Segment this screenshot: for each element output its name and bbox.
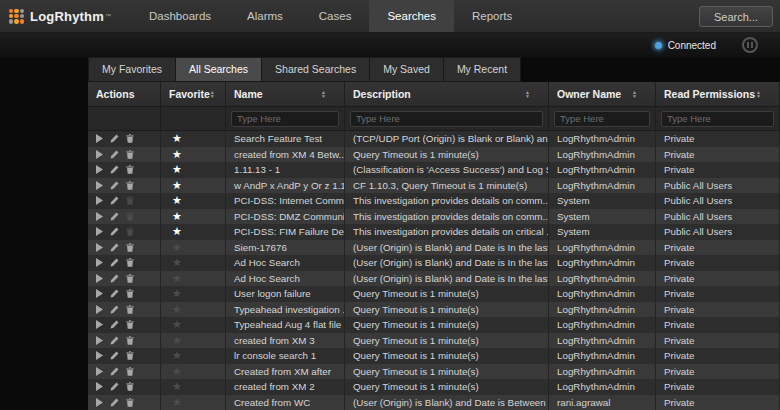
favorite-star-icon[interactable]: ★ bbox=[172, 133, 182, 144]
edit-search-icon[interactable] bbox=[110, 289, 119, 298]
table-row[interactable]: ★ w AndP x AndP y Or z 1.1... CF 1.10.3,… bbox=[88, 178, 780, 194]
filter-input-description[interactable] bbox=[350, 111, 543, 127]
table-row[interactable]: ★ PCI-DSS: DMZ Communic... This investig… bbox=[88, 209, 780, 225]
tab-my-saved[interactable]: My Saved bbox=[369, 57, 444, 82]
run-search-icon[interactable] bbox=[96, 181, 103, 190]
table-row[interactable]: ★ Typeahead Aug 4 flat file Query Timeou… bbox=[88, 317, 780, 333]
sort-icon[interactable]: ▲▼ bbox=[632, 90, 637, 99]
delete-search-icon[interactable] bbox=[126, 258, 134, 267]
sort-icon[interactable]: ▲▼ bbox=[321, 90, 326, 99]
run-search-icon[interactable] bbox=[96, 398, 103, 407]
favorite-star-icon[interactable]: ★ bbox=[172, 304, 182, 315]
column-header-owner-name[interactable]: Owner Name ▲▼ bbox=[549, 82, 656, 106]
delete-search-icon[interactable] bbox=[126, 398, 134, 407]
run-search-icon[interactable] bbox=[96, 243, 103, 252]
favorite-star-icon[interactable]: ★ bbox=[172, 366, 182, 377]
delete-search-icon[interactable] bbox=[126, 274, 134, 283]
edit-search-icon[interactable] bbox=[110, 196, 119, 205]
column-header-name[interactable]: Name ▲▼ bbox=[226, 82, 345, 106]
table-row[interactable]: ★ Created from XM after Query Timeout is… bbox=[88, 364, 780, 380]
table-row[interactable]: ★ created from XM 3 Query Timeout is 1 m… bbox=[88, 333, 780, 349]
edit-search-icon[interactable] bbox=[110, 274, 119, 283]
favorite-star-icon[interactable]: ★ bbox=[172, 257, 182, 268]
delete-search-icon[interactable] bbox=[126, 289, 134, 298]
table-row[interactable]: ★ created from XM 2 Query Timeout is 1 m… bbox=[88, 379, 780, 395]
delete-search-icon[interactable] bbox=[126, 336, 134, 345]
edit-search-icon[interactable] bbox=[110, 212, 119, 221]
delete-search-icon[interactable] bbox=[126, 196, 134, 205]
run-search-icon[interactable] bbox=[96, 320, 103, 329]
run-search-icon[interactable] bbox=[96, 165, 103, 174]
favorite-star-icon[interactable]: ★ bbox=[172, 164, 182, 175]
run-search-icon[interactable] bbox=[96, 134, 103, 143]
favorite-star-icon[interactable]: ★ bbox=[172, 381, 182, 392]
table-row[interactable]: ★ Ad Hoc Search (User (Origin) is Blank)… bbox=[88, 271, 780, 287]
delete-search-icon[interactable] bbox=[126, 382, 134, 391]
nav-item-alarms[interactable]: Alarms bbox=[229, 0, 301, 32]
delete-search-icon[interactable] bbox=[126, 367, 134, 376]
sort-icon[interactable]: ▲▼ bbox=[210, 90, 215, 99]
favorite-star-icon[interactable]: ★ bbox=[172, 242, 182, 253]
edit-search-icon[interactable] bbox=[110, 150, 119, 159]
run-search-icon[interactable] bbox=[96, 274, 103, 283]
sort-icon[interactable]: ▲▼ bbox=[756, 90, 761, 99]
delete-search-icon[interactable] bbox=[126, 243, 134, 252]
favorite-star-icon[interactable]: ★ bbox=[172, 397, 182, 408]
run-search-icon[interactable] bbox=[96, 150, 103, 159]
delete-search-icon[interactable] bbox=[126, 227, 134, 236]
run-search-icon[interactable] bbox=[96, 367, 103, 376]
tab-all-searches[interactable]: All Searches bbox=[175, 57, 262, 82]
edit-search-icon[interactable] bbox=[110, 336, 119, 345]
edit-search-icon[interactable] bbox=[110, 258, 119, 267]
delete-search-icon[interactable] bbox=[126, 320, 134, 329]
nav-item-reports[interactable]: Reports bbox=[454, 0, 530, 32]
filter-input-read-permissions[interactable] bbox=[661, 111, 774, 127]
nav-item-dashboards[interactable]: Dashboards bbox=[131, 0, 229, 32]
edit-search-icon[interactable] bbox=[110, 165, 119, 174]
favorite-star-icon[interactable]: ★ bbox=[172, 195, 182, 206]
table-row[interactable]: ★ 1.11.13 - 1 (Classification is 'Access… bbox=[88, 162, 780, 178]
pause-live-updates-button[interactable] bbox=[742, 37, 758, 53]
edit-search-icon[interactable] bbox=[110, 227, 119, 236]
edit-search-icon[interactable] bbox=[110, 367, 119, 376]
delete-search-icon[interactable] bbox=[126, 212, 134, 221]
table-row[interactable]: ★ Created from WC (User (Origin) is Blan… bbox=[88, 395, 780, 410]
favorite-star-icon[interactable]: ★ bbox=[172, 288, 182, 299]
favorite-star-icon[interactable]: ★ bbox=[172, 211, 182, 222]
edit-search-icon[interactable] bbox=[110, 243, 119, 252]
favorite-star-icon[interactable]: ★ bbox=[172, 273, 182, 284]
delete-search-icon[interactable] bbox=[126, 181, 134, 190]
table-row[interactable]: ★ Siem-17676 (User (Origin) is Blank) an… bbox=[88, 240, 780, 256]
run-search-icon[interactable] bbox=[96, 258, 103, 267]
run-search-icon[interactable] bbox=[96, 336, 103, 345]
delete-search-icon[interactable] bbox=[126, 351, 134, 360]
edit-search-icon[interactable] bbox=[110, 320, 119, 329]
table-row[interactable]: ★ PCI-DSS: FIM Failure Detail This inves… bbox=[88, 224, 780, 240]
delete-search-icon[interactable] bbox=[126, 305, 134, 314]
table-row[interactable]: ★ Ad Hoc Search (User (Origin) is Blank)… bbox=[88, 255, 780, 271]
delete-search-icon[interactable] bbox=[126, 134, 134, 143]
column-header-favorite[interactable]: Favorite ▲▼ bbox=[161, 82, 226, 106]
tab-my-recent[interactable]: My Recent bbox=[443, 57, 521, 82]
column-header-read-permissions[interactable]: Read Permissions ▲▼ bbox=[656, 82, 780, 106]
favorite-star-icon[interactable]: ★ bbox=[172, 319, 182, 330]
run-search-icon[interactable] bbox=[96, 382, 103, 391]
edit-search-icon[interactable] bbox=[110, 305, 119, 314]
tab-my-favorites[interactable]: My Favorites bbox=[88, 57, 176, 82]
run-search-icon[interactable] bbox=[96, 196, 103, 205]
table-row[interactable]: ★ PCI-DSS: Internet Comm... This investi… bbox=[88, 193, 780, 209]
edit-search-icon[interactable] bbox=[110, 181, 119, 190]
edit-search-icon[interactable] bbox=[110, 382, 119, 391]
filter-input-name[interactable] bbox=[231, 111, 339, 127]
run-search-icon[interactable] bbox=[96, 351, 103, 360]
filter-input-owner-name[interactable] bbox=[554, 111, 650, 127]
nav-item-cases[interactable]: Cases bbox=[301, 0, 370, 32]
delete-search-icon[interactable] bbox=[126, 165, 134, 174]
favorite-star-icon[interactable]: ★ bbox=[172, 350, 182, 361]
table-row[interactable]: ★ created from XM 4 Betw... Query Timeou… bbox=[88, 147, 780, 163]
favorite-star-icon[interactable]: ★ bbox=[172, 180, 182, 191]
favorite-star-icon[interactable]: ★ bbox=[172, 149, 182, 160]
table-row[interactable]: ★ Typeahead investigation ... Query Time… bbox=[88, 302, 780, 318]
table-row[interactable]: ★ Search Feature Test (TCP/UDP Port (Ori… bbox=[88, 131, 780, 147]
favorite-star-icon[interactable]: ★ bbox=[172, 226, 182, 237]
